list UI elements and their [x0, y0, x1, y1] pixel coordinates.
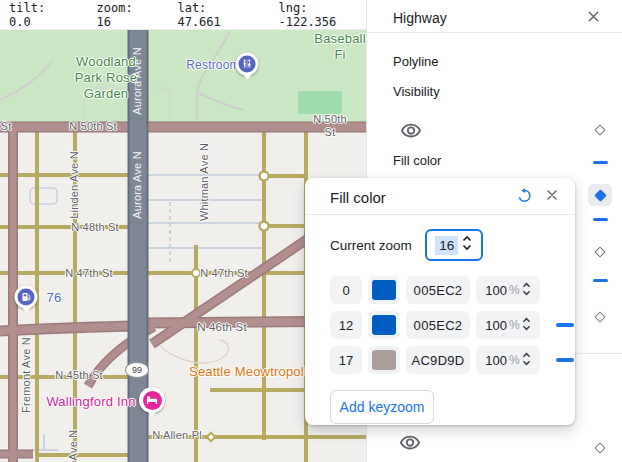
- street-label-n47th-e: N 47th St: [200, 267, 248, 280]
- keyzoom-level-chip[interactable]: 17: [330, 346, 362, 374]
- swatch-color: [372, 280, 396, 300]
- keyframe-diamond-icon[interactable]: [594, 311, 605, 322]
- map-status-bar: tilt: 0.0 zoom: 16 lat: 47.661 lng: -122…: [0, 0, 366, 30]
- street-label-stub: St: [1, 120, 12, 133]
- reset-button[interactable]: [515, 188, 533, 206]
- close-icon: [544, 187, 560, 207]
- keyframe-diamond-icon[interactable]: [594, 124, 605, 135]
- stepper-chevrons-icon[interactable]: [522, 351, 531, 370]
- swatch-color: [372, 350, 396, 370]
- gas-station-pin[interactable]: [15, 286, 38, 309]
- street-label-linden: Linden Ave N: [68, 151, 81, 219]
- current-zoom-stepper[interactable]: 16: [425, 229, 483, 261]
- street-label-n48th: N 48th St: [71, 221, 119, 234]
- fill-color-dialog: Fill color Current zoom 16 0 005EC2: [305, 178, 575, 425]
- stepper-chevrons-icon[interactable]: [522, 281, 531, 300]
- close-icon: [585, 8, 602, 29]
- street-label-linden-2: Ave N: [67, 430, 80, 461]
- add-keyzoom-button[interactable]: Add keyzoom: [330, 390, 434, 424]
- keyzoom-level-chip[interactable]: 0: [330, 276, 362, 304]
- keyframe-dash-icon[interactable]: [593, 279, 608, 282]
- bed-icon: [146, 391, 158, 409]
- panel-close-button[interactable]: [584, 9, 602, 27]
- remove-keyzoom-button[interactable]: [556, 323, 574, 327]
- park-label-baseball: Baseball Fi: [314, 31, 365, 63]
- street-label-n47th-w: N 47th St: [65, 267, 113, 280]
- color-swatch[interactable]: [368, 346, 400, 374]
- panel-header: Highway: [367, 0, 622, 33]
- dialog-close-button[interactable]: [543, 188, 561, 206]
- keyzoom-row: 0 005EC2 100%: [330, 276, 575, 304]
- hex-value-chip[interactable]: 005EC2: [406, 311, 470, 339]
- keyzoom-row: 17 AC9D9D 100%: [330, 346, 575, 374]
- street-label-aurora-1: Aurora Ave N: [131, 47, 144, 115]
- street-label-n45th: N 45th St: [55, 369, 103, 382]
- visibility-toggle[interactable]: [400, 122, 422, 144]
- poi-label-wallingford-inn[interactable]: Wallingford Inn: [46, 395, 135, 408]
- street-label-whitman: Whitman Ave N: [198, 143, 211, 221]
- park-label-woodland: Woodland Park Rose Garden: [75, 54, 138, 102]
- lodging-pin[interactable]: [139, 387, 165, 413]
- street-label-fremont: Fremont Ave N: [20, 337, 33, 413]
- current-zoom-row: Current zoom 16: [330, 229, 575, 261]
- poi-label-meowtropolitan[interactable]: Seattle Meowtropoli: [189, 365, 307, 378]
- keyframe-diamond-icon[interactable]: [594, 246, 605, 257]
- keyframe-dash-icon[interactable]: [593, 218, 608, 221]
- fuel-pump-icon: [21, 288, 32, 306]
- reset-icon: [516, 187, 533, 208]
- visibility-toggle-2[interactable]: [399, 434, 421, 456]
- visibility-label: Visibility: [393, 84, 440, 99]
- hex-value-chip[interactable]: AC9D9D: [406, 346, 470, 374]
- stepper-chevrons-icon[interactable]: [462, 234, 472, 256]
- color-swatch[interactable]: [368, 276, 400, 304]
- street-label-allen: N Allen Pl: [152, 429, 202, 442]
- eye-icon: [399, 432, 421, 458]
- street-label-n46th: N 46th St: [197, 321, 247, 334]
- hex-value-chip[interactable]: 005EC2: [406, 276, 470, 304]
- street-label-n50th-w: N 50th St: [69, 120, 117, 133]
- restroom-pin[interactable]: [236, 53, 259, 76]
- remove-keyzoom-button[interactable]: [556, 358, 574, 362]
- keyframe-diamond-icon[interactable]: [594, 442, 605, 453]
- keyzoom-row: 12 005EC2 100%: [330, 311, 575, 339]
- zoom-readout: zoom: 16: [97, 1, 151, 29]
- stepper-chevrons-icon[interactable]: [522, 316, 531, 335]
- dialog-title: Fill color: [330, 189, 386, 206]
- map-style-editor: tilt: 0.0 zoom: 16 lat: 47.661 lng: -122…: [0, 0, 622, 462]
- poi-label-restroom[interactable]: Restroom: [186, 59, 240, 72]
- dialog-body: Current zoom 16 0 005EC2 100% 12: [305, 215, 575, 424]
- tilt-readout: tilt: 0.0: [9, 1, 70, 29]
- color-swatch[interactable]: [368, 311, 400, 339]
- lat-readout: lat: 47.661: [177, 1, 251, 29]
- route-shield-99: 99: [125, 362, 149, 378]
- section-label-polyline: Polyline: [393, 54, 439, 69]
- restroom-icon: [242, 55, 253, 73]
- swatch-color: [372, 315, 396, 335]
- current-zoom-value[interactable]: 16: [435, 236, 458, 255]
- panel-title: Highway: [393, 10, 447, 26]
- current-zoom-label: Current zoom: [330, 238, 412, 253]
- street-label-n50th-e: N 50th St: [312, 113, 348, 139]
- opacity-stepper[interactable]: 100%: [476, 276, 540, 304]
- opacity-stepper[interactable]: 100%: [476, 311, 540, 339]
- keyframe-selected[interactable]: [588, 184, 612, 206]
- fill-color-label: Fill color: [393, 153, 441, 168]
- eye-icon: [400, 120, 422, 146]
- keyframe-diamond-filled-icon: [594, 189, 607, 202]
- keyzoom-level-chip[interactable]: 12: [330, 311, 362, 339]
- opacity-stepper[interactable]: 100%: [476, 346, 540, 374]
- lng-readout: lng: -122.356: [279, 1, 367, 29]
- keyframe-dash-icon[interactable]: [593, 161, 608, 164]
- poi-label-76[interactable]: 76: [47, 291, 62, 304]
- dialog-header: Fill color: [305, 178, 575, 215]
- street-label-aurora-2: Aurora Ave N: [131, 151, 144, 219]
